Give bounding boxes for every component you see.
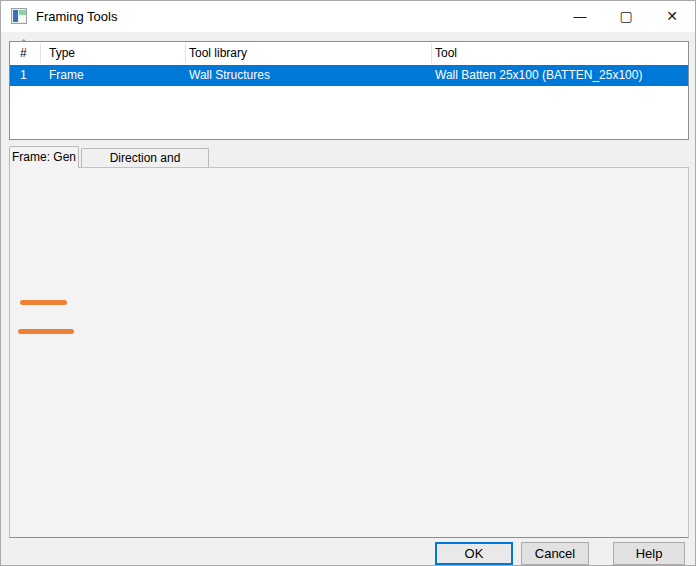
row-cell-num: 1: [20, 65, 27, 86]
table-row-selected[interactable]: 1 Frame Wall Structures Wall Batten 25x1…: [10, 65, 688, 86]
column-divider: [185, 44, 186, 63]
maximize-button[interactable]: ▢: [603, 1, 649, 32]
ok-button[interactable]: OK: [435, 542, 513, 565]
framing-tools-dialog: Framing Tools — ▢ ✕ ˆ # Type Tool librar…: [0, 0, 696, 566]
row-cell-type: Frame: [49, 65, 84, 86]
framing-tools-app-icon: [11, 8, 27, 24]
help-button[interactable]: Help: [613, 542, 685, 565]
tab-frame-gen[interactable]: Frame: Gen: [9, 146, 79, 168]
annotation-underline-side-piece: [20, 300, 67, 305]
column-header-tool-library[interactable]: Tool library: [189, 42, 247, 65]
column-header-tool[interactable]: Tool: [435, 42, 457, 65]
row-cell-tool: Wall Batten 25x100 (BATTEN_25x100): [435, 65, 642, 86]
close-button[interactable]: ✕: [649, 1, 695, 32]
titlebar: Framing Tools — ▢ ✕: [1, 1, 695, 32]
tab-direction-and-alignment[interactable]: Direction and Alignment: [81, 148, 209, 168]
tool-list-header: ˆ # Type Tool library Tool: [10, 42, 688, 65]
row-cell-library: Wall Structures: [189, 65, 270, 86]
maximize-icon: ▢: [619, 8, 632, 24]
close-icon: ✕: [666, 8, 678, 24]
window-title: Framing Tools: [36, 1, 117, 32]
column-divider: [431, 44, 432, 63]
frame-gen-panel: [9, 167, 689, 538]
column-header-num[interactable]: #: [20, 42, 27, 65]
minimize-icon: —: [574, 9, 587, 24]
tool-list[interactable]: ˆ # Type Tool library Tool 1 Frame Wall …: [9, 41, 689, 140]
annotation-underline-header-piece: [18, 329, 74, 334]
column-divider: [40, 44, 41, 63]
column-header-type[interactable]: Type: [49, 42, 75, 65]
minimize-button[interactable]: —: [557, 1, 603, 32]
cancel-button[interactable]: Cancel: [521, 542, 589, 565]
